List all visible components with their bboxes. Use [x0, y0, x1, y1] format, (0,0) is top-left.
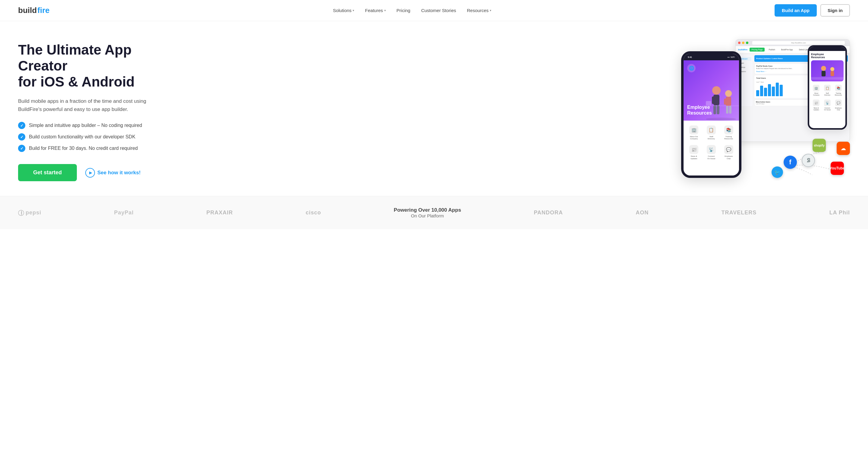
hero-section: The Ultimate App Creatorfor iOS & Androi…: [0, 21, 868, 196]
social-floats: shopify ☁ S̷ f 🐦 YouTube: [766, 139, 850, 181]
sign-in-button[interactable]: Sign in: [820, 4, 850, 17]
svg-rect-17: [831, 71, 834, 76]
phone-icon-chat[interactable]: 💬 EmployeeChat: [720, 143, 737, 162]
phone-mockup-secondary: EmployeeResources 🏢 AboutCompany: [808, 45, 847, 130]
soundcloud-icon: ☁: [837, 142, 850, 155]
phone2-illustration: [811, 60, 844, 81]
phone-icon-training[interactable]: 📚 TrainingResources: [720, 123, 737, 142]
minimize-dot: [742, 41, 744, 44]
phone-app-icon: 🌐: [687, 64, 695, 72]
logo-fire: fire: [37, 6, 50, 15]
nav-resources[interactable]: Resources ▾: [467, 8, 491, 13]
brand-aon: AON: [636, 210, 649, 216]
hero-ctas: Get started See how it works!: [18, 164, 175, 181]
svg-point-0: [706, 118, 736, 121]
brand-pepsi: pepsi: [18, 210, 41, 216]
hero-subtitle: Build mobile apps in a fraction of the t…: [18, 97, 157, 113]
svg-rect-8: [726, 97, 731, 106]
build-app-button[interactable]: Build an App: [775, 4, 817, 17]
chat-icon: 💬: [724, 145, 733, 154]
phone-icon-connect[interactable]: 📡 ConnectOn Social: [703, 143, 720, 162]
svg-rect-18: [811, 77, 844, 80]
about-label: About OurCompany: [690, 136, 698, 140]
logos-bar: pepsi PayPal PRAXAIR cisco Powering Over…: [0, 196, 868, 229]
phone2-chat-icon: 💬: [835, 99, 842, 106]
bar-4: [768, 84, 771, 96]
phone2-staff-label: StaffDirectory: [824, 92, 830, 96]
phone2-staff[interactable]: 📋 StaffDirectory: [822, 83, 833, 97]
phone2-connect-label: ConnectOn Social: [824, 107, 831, 111]
dash-logo: buildfire: [738, 48, 748, 51]
nav-features[interactable]: Features ▾: [365, 8, 385, 13]
svg-point-14: [821, 66, 826, 71]
powering-title: Powering Over 10,000 Apps: [394, 207, 461, 213]
phone-icon-staff[interactable]: 📋 StaffDirectory: [703, 123, 720, 142]
connect-icon: 📡: [707, 145, 716, 154]
phone2-title: EmployeeResources: [811, 53, 844, 59]
platform-subtitle: On Our Platform: [394, 213, 461, 218]
phone2-training-icon: 📚: [835, 85, 842, 91]
bar-2: [760, 86, 763, 96]
phone2-training-label: TrainingResources: [835, 92, 842, 96]
nav-customer-stories[interactable]: Customer Stories: [421, 8, 456, 13]
phone-hero-bg: 🌐: [684, 60, 739, 121]
bar-1: [756, 90, 759, 96]
get-started-button[interactable]: Get started: [18, 164, 77, 181]
maximize-dot: [746, 41, 748, 44]
feature-list: Simple and intuitive app builder – No co…: [18, 122, 175, 152]
phone2-icons-grid: 🏢 AboutCompany 📋 StaffDirectory 📚 Traini…: [811, 83, 844, 112]
phone2-chat[interactable]: 💬 EmployeeChat: [833, 98, 844, 112]
news-icon: 📰: [689, 145, 698, 154]
brand-paypal: PayPal: [114, 210, 133, 216]
phone2-connect-icon: 📡: [824, 99, 831, 106]
phone2-news[interactable]: 📰 News &Updates: [811, 98, 822, 112]
phone2-staff-icon: 📋: [824, 85, 831, 91]
bar-3: [764, 88, 767, 96]
hero-visuals: http://buildfire.com buildfire Pricing P…: [681, 39, 850, 184]
facebook-icon: f: [784, 156, 797, 169]
navbar: buildfire Solutions ▾ Features ▾ Pricing…: [0, 0, 868, 21]
phone2-connect[interactable]: 📡 ConnectOn Social: [822, 98, 833, 112]
phone2-chat-label: EmployeeChat: [835, 107, 842, 111]
training-icon: 📚: [724, 125, 733, 135]
connect-label: ConnectOn Social: [707, 155, 715, 159]
brand-travelers: TRAVELERS: [721, 210, 757, 216]
phone-mockup-main: 9:41 ▪▪▪ WiFi 🌐: [681, 51, 741, 178]
feature-item: Simple and intuitive app builder – No co…: [18, 122, 175, 129]
logo-build: build: [18, 6, 37, 15]
phone-icon-about[interactable]: 🏢 About OurCompany: [685, 123, 703, 142]
phone-icons-grid: 🏢 About OurCompany 📋 StaffDirectory 📚 Tr…: [684, 121, 739, 165]
chevron-down-icon: ▾: [352, 9, 354, 12]
nav-solutions[interactable]: Solutions ▾: [333, 8, 354, 13]
nav-pricing[interactable]: Pricing: [397, 8, 410, 13]
close-dot: [738, 41, 741, 44]
phone2-training[interactable]: 📚 TrainingResources: [833, 83, 844, 97]
phone-icon-news[interactable]: 📰 News &Updates: [685, 143, 703, 162]
logos-center-text: Powering Over 10,000 Apps On Our Platfor…: [394, 207, 461, 218]
play-icon: [85, 168, 95, 178]
hero-left: The Ultimate App Creatorfor iOS & Androi…: [18, 42, 175, 181]
see-how-button[interactable]: See how it works!: [85, 168, 141, 178]
svg-point-7: [725, 90, 732, 97]
phone2-notch: [809, 47, 845, 51]
youtube-icon: YouTube: [831, 161, 844, 175]
tab-pricing: Pricing Page: [749, 48, 765, 52]
nav-links: Solutions ▾ Features ▾ Pricing Customer …: [333, 8, 491, 13]
svg-rect-4: [717, 96, 719, 104]
phone2-about[interactable]: 🏢 AboutCompany: [811, 83, 822, 97]
svg-rect-11: [729, 106, 732, 114]
pepsi-icon: [18, 210, 24, 216]
phone-notch: 9:41 ▪▪▪ WiFi: [684, 54, 739, 60]
feature-item: Build for FREE for 30 days. No credit ca…: [18, 145, 175, 152]
chevron-down-icon: ▾: [490, 9, 491, 12]
chat-label: EmployeeChat: [724, 155, 733, 159]
about-icon: 🏢: [689, 125, 698, 135]
twitter-icon: 🐦: [772, 167, 783, 178]
logo[interactable]: buildfire: [18, 6, 50, 15]
brand-praxair: PRAXAIR: [207, 210, 233, 216]
tab-buildfire-app: BuildFire App: [779, 48, 795, 52]
svg-rect-15: [822, 71, 826, 76]
phone2-news-icon: 📰: [813, 99, 819, 106]
phone-content: 🌐: [684, 60, 739, 176]
phone2-content: EmployeeResources 🏢 AboutCompany: [809, 51, 845, 114]
